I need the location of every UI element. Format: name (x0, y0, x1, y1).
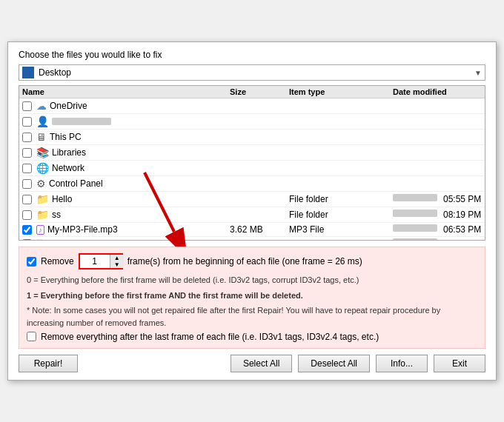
file-list-container: Name Size Item type Date modified ☁ OneD… (19, 85, 485, 241)
folder-icon: 📁 (36, 209, 49, 221)
bottom-options-panel: Remove ▲ ▼ frame(s) from he beginning of… (19, 247, 485, 349)
file-size: 2.79 MB (230, 238, 289, 241)
library-icon: 📚 (36, 147, 49, 158)
location-bar[interactable]: Desktop ▼ (19, 64, 485, 81)
file-type: File folder (289, 194, 393, 204)
file-name: My-MP3-File.mp3 (47, 224, 118, 235)
remove-last-row: Remove everything after the last frame o… (27, 332, 477, 342)
table-row: 📁 Hello File folder 05:55 PM (19, 192, 485, 207)
file-name: ss (52, 210, 61, 220)
network-icon: 🌐 (36, 162, 49, 174)
table-row: 👤 (19, 114, 485, 130)
remove-last-checkbox[interactable] (27, 332, 36, 341)
table-row: ☁ OneDrive (19, 98, 485, 114)
zip-icon: 🗜 (36, 239, 44, 241)
remove-last-label: Remove everything after the last frame o… (41, 332, 379, 342)
file-name: Hello (52, 194, 72, 204)
file-type: MP3 File (289, 224, 393, 235)
spinbox-arrows: ▲ ▼ (110, 255, 124, 268)
row-checkbox[interactable] (22, 101, 32, 111)
select-all-button[interactable]: Select All (231, 355, 292, 372)
file-name: Control Panel (49, 178, 103, 189)
row-checkbox[interactable] (22, 133, 32, 142)
remove-frames-checkbox[interactable] (27, 257, 36, 267)
file-date: 08:19 PM (393, 210, 482, 220)
file-name-blurred (52, 118, 111, 125)
location-icon (22, 67, 34, 78)
file-list-header: Name Size Item type Date modified (19, 86, 485, 98)
table-row: ♪ My-MP3-File.mp3 3.62 MB MP3 File 06:53… (19, 223, 485, 237)
info-button[interactable]: Info... (376, 355, 428, 372)
person-icon: 👤 (36, 115, 49, 127)
right-buttons: Select All Deselect All Info... Exit (231, 355, 485, 372)
location-dropdown-button[interactable]: ▼ (474, 69, 482, 77)
table-row: 📁 ss File folder 08:19 PM (19, 207, 485, 223)
file-date: 05:55 PM (393, 194, 482, 204)
row-checkbox[interactable] (22, 210, 32, 220)
remove-frames-post-label: frame(s) from he beginning of each file … (127, 256, 362, 267)
info-line-3: * Note: In some cases you will not get r… (27, 304, 477, 329)
table-row: 🖥 This PC (19, 130, 485, 145)
table-row: 🗜 ss.zip 2.79 MB WinRAR ZIP archive 07:4… (19, 237, 485, 241)
row-checkbox[interactable] (22, 164, 32, 173)
main-dialog: Choose the files you would like to fix D… (7, 41, 497, 381)
file-size: 3.62 MB (230, 224, 289, 235)
row-checkbox[interactable] (22, 195, 32, 204)
row-checkbox[interactable] (22, 239, 32, 241)
row-checkbox[interactable] (22, 148, 32, 158)
file-name: OneDrive (50, 101, 87, 111)
spinbox-up-button[interactable]: ▲ (110, 255, 124, 261)
file-name: Libraries (52, 147, 86, 158)
col-name: Name (22, 87, 230, 96)
mp3-icon: ♪ (36, 225, 44, 235)
frames-input[interactable] (80, 255, 110, 268)
remove-frames-pre-label: Remove (41, 256, 74, 267)
spinbox-down-button[interactable]: ▼ (110, 261, 124, 268)
info-line-2: 1 = Everything before the first frame AN… (27, 289, 477, 302)
file-type: File folder (289, 210, 393, 220)
repair-button[interactable]: Repair! (19, 355, 78, 372)
remove-frames-row: Remove ▲ ▼ frame(s) from he beginning of… (27, 253, 477, 269)
file-name: Network (52, 163, 84, 173)
dialog-title: Choose the files you would like to fix (19, 50, 485, 60)
table-row: 🌐 Network (19, 161, 485, 176)
file-name: This PC (50, 132, 82, 142)
cloud-icon: ☁ (36, 100, 47, 112)
table-row: 📚 Libraries (19, 145, 485, 161)
pc-icon: 🖥 (36, 131, 47, 143)
col-date: Date modified (393, 87, 482, 96)
table-row: ⚙ Control Panel (19, 176, 485, 192)
col-size: Size (230, 87, 289, 96)
col-type: Item type (289, 87, 393, 96)
folder-icon: 📁 (36, 193, 49, 205)
deselect-all-button[interactable]: Deselect All (298, 355, 370, 372)
info-line-1: 0 = Everything before the first frame wi… (27, 274, 477, 287)
row-checkbox[interactable] (22, 179, 32, 189)
row-checkbox[interactable] (22, 117, 32, 127)
control-panel-icon: ⚙ (36, 178, 46, 190)
row-checkbox[interactable] (22, 225, 32, 235)
button-bar: Repair! Select All Deselect All Info... … (19, 355, 485, 372)
frames-spinbox[interactable]: ▲ ▼ (79, 253, 123, 269)
file-date: 06:53 PM (393, 224, 482, 235)
location-text: Desktop (39, 67, 474, 78)
exit-button[interactable]: Exit (434, 355, 485, 372)
file-type: WinRAR ZIP archive (289, 238, 393, 241)
file-date: 07:46 PM (393, 238, 482, 241)
file-name: ss.zip (47, 238, 70, 241)
